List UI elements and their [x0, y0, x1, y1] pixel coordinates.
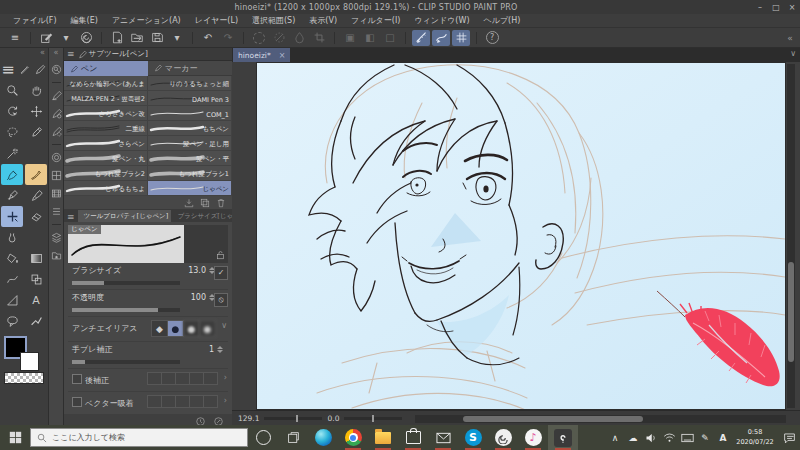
menu-view[interactable]: 表示(V)	[302, 15, 344, 26]
brush-item[interactable]: DAMI Pen 3	[148, 91, 232, 105]
tool-blend-icon[interactable]	[1, 227, 23, 248]
duplicate-subtool-icon[interactable]	[200, 198, 210, 208]
tool-selection-lasso-icon[interactable]	[1, 122, 23, 143]
tool-figure-icon[interactable]	[25, 269, 47, 290]
menu-filter[interactable]: フィルター(I)	[344, 15, 407, 26]
brush-item[interactable]: 髪ペン・足し用	[148, 136, 232, 150]
taskbar-chrome-button[interactable]	[338, 425, 368, 450]
tool-curve-icon[interactable]	[1, 269, 23, 290]
opacity-value[interactable]: 100	[191, 293, 206, 302]
tool-auto-select-icon[interactable]	[1, 143, 23, 164]
dock-color-set-icon[interactable]	[50, 168, 63, 183]
brush-size-value[interactable]: 13.0	[188, 266, 206, 275]
post-correction-segments[interactable]	[148, 372, 218, 385]
brush-item[interactable]: りのうるちょっと細	[148, 76, 232, 90]
tool-zoom-icon[interactable]	[1, 80, 23, 101]
horizontal-scrollbar[interactable]	[415, 415, 786, 423]
lock-icon[interactable]	[216, 250, 225, 260]
brush-item[interactable]: 髪ペン・丸	[64, 151, 148, 165]
minimize-button[interactable]: –	[752, 3, 768, 12]
add-subtool-icon[interactable]	[184, 198, 194, 208]
antialias-weak-icon[interactable]: ●	[167, 320, 184, 337]
tool-property-tab[interactable]: ツールプロパティ[じゃペン]	[78, 210, 172, 222]
brush-item[interactable]: 二重線	[64, 121, 148, 135]
brush-item[interactable]: さらさきペン改	[64, 106, 148, 120]
vector-snap-arrow-icon[interactable]: ›	[224, 396, 227, 405]
tool-eyedropper-icon[interactable]	[25, 122, 47, 143]
subtool-panel-menu-icon[interactable]: ≡	[67, 49, 75, 59]
antialias-strong-icon[interactable]: ●	[199, 320, 216, 337]
brush-item[interactable]: COM_1	[148, 106, 232, 120]
document-tab[interactable]: hinoeizi* ×	[233, 48, 290, 62]
menu-edit[interactable]: 編集(E)	[64, 15, 105, 26]
crop-selection-icon[interactable]	[310, 30, 328, 46]
taskbar-itunes-button[interactable]: ♪	[518, 425, 548, 450]
opacity-slider[interactable]	[72, 308, 180, 312]
menu-selection[interactable]: 選択範囲(S)	[245, 15, 302, 26]
menu-layer[interactable]: レイヤー(L)	[188, 15, 245, 26]
tool-brush-icon[interactable]	[25, 185, 47, 206]
tool-hand-icon[interactable]	[25, 80, 47, 101]
vector-snap-checkbox[interactable]	[72, 397, 82, 407]
brush-item[interactable]: もつれ髪ブラシ2	[64, 166, 148, 180]
tool-rotate-view-icon[interactable]	[1, 101, 23, 122]
workspace-settings-icon[interactable]	[37, 30, 55, 46]
brush-item[interactable]: しゅるもちよ	[64, 181, 148, 195]
tool-text-icon[interactable]: A	[25, 290, 47, 311]
tray-hidden-icons-chevron[interactable]: ∧	[606, 425, 624, 450]
brush-item[interactable]: MALZA PEN 2 - 뾰족펜2	[64, 91, 148, 105]
ime-language-indicator[interactable]: A	[714, 425, 732, 450]
dock-brush-shape-icon[interactable]	[50, 124, 63, 139]
new-document-icon[interactable]	[108, 30, 126, 46]
invert-selection-icon[interactable]	[290, 30, 308, 46]
taskbar-store-button[interactable]	[398, 425, 428, 450]
tool-pen-icon[interactable]	[1, 164, 23, 185]
close-button[interactable]: ×	[784, 3, 800, 12]
post-correction-checkbox[interactable]	[72, 374, 82, 384]
task-view-button[interactable]	[278, 425, 308, 450]
command-bar-menu-icon[interactable]: ≡	[6, 30, 24, 46]
deselect-icon[interactable]	[270, 30, 288, 46]
help-icon[interactable]: ?	[483, 30, 501, 46]
vertical-scrollbar-thumb[interactable]	[788, 262, 794, 362]
selection-mode-add-icon[interactable]: ◧	[361, 30, 379, 46]
antialias-medium-icon[interactable]: ●	[183, 320, 200, 337]
start-button[interactable]	[0, 425, 30, 450]
stabilization-stepper[interactable]	[217, 346, 223, 353]
taskbar-clip-studio-paint-button[interactable]	[548, 425, 578, 450]
open-file-icon[interactable]	[128, 30, 146, 46]
tool-move-layer-icon[interactable]	[25, 101, 47, 122]
tool-fill-icon[interactable]	[1, 248, 23, 269]
antialias-none-icon[interactable]: ◆	[151, 320, 168, 337]
taskbar-clock[interactable]: 0:58 2020/07/22	[732, 428, 778, 448]
snap-to-grid-icon[interactable]	[452, 30, 470, 46]
rotation-value[interactable]: 0.0	[327, 414, 339, 423]
brush-item-selected[interactable]: じゃペン	[148, 181, 232, 195]
brush-size-dynamics-icon[interactable]: ✓	[214, 266, 228, 280]
volume-icon[interactable]	[642, 425, 660, 450]
snap-to-special-ruler-icon[interactable]	[432, 30, 450, 46]
brush-size-slider[interactable]	[72, 281, 180, 285]
menu-window[interactable]: ウィンドウ(W)	[407, 15, 476, 26]
tab-strip-chevron-icon[interactable]: ∨	[790, 49, 796, 58]
action-center-icon[interactable]	[778, 425, 800, 450]
save-icon[interactable]	[148, 30, 166, 46]
stabilization-value[interactable]: 1	[209, 345, 214, 354]
open-clip-studio-icon[interactable]	[77, 30, 95, 46]
vector-snap-segments[interactable]	[148, 395, 218, 408]
brush-item[interactable]: さらペン	[64, 136, 148, 150]
rotation-slider[interactable]	[344, 417, 402, 420]
opacity-dynamics-icon[interactable]: ⦸	[214, 293, 228, 307]
subtool-tab-marker[interactable]: マーカー	[148, 61, 232, 76]
dock-collapse-icon[interactable]: «	[54, 48, 59, 59]
save-chevron-icon[interactable]: ▾	[168, 30, 186, 46]
tool-pencil-icon[interactable]	[33, 59, 47, 80]
selection-mode-remove-icon[interactable]: □	[381, 30, 399, 46]
dock-timeline-icon[interactable]	[50, 186, 63, 201]
tool-correct-line-icon[interactable]	[25, 311, 47, 332]
taskbar-mail-button[interactable]	[428, 425, 458, 450]
taskbar-explorer-button[interactable]	[368, 425, 398, 450]
tool-frame-border-icon[interactable]	[1, 290, 23, 311]
document-tab-close-icon[interactable]: ×	[279, 51, 286, 60]
delete-subtool-icon[interactable]	[216, 198, 226, 208]
